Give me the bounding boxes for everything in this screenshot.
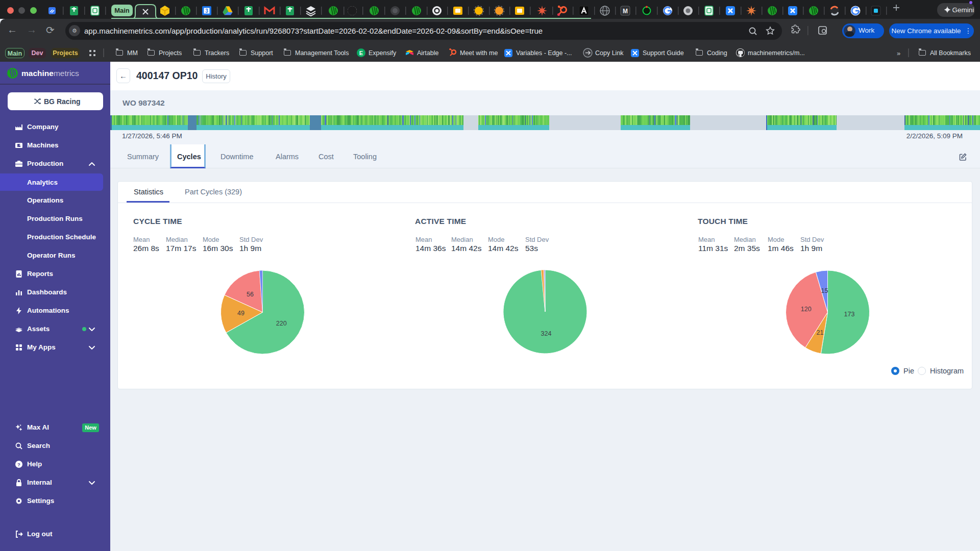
- svg-text:3: 3: [205, 8, 208, 14]
- svg-text:Main: Main: [114, 7, 130, 14]
- svg-text:?: ?: [17, 462, 20, 467]
- svg-text:E: E: [359, 50, 363, 56]
- svg-text:Gemini: Gemini: [952, 6, 974, 14]
- svg-text:M: M: [623, 8, 628, 15]
